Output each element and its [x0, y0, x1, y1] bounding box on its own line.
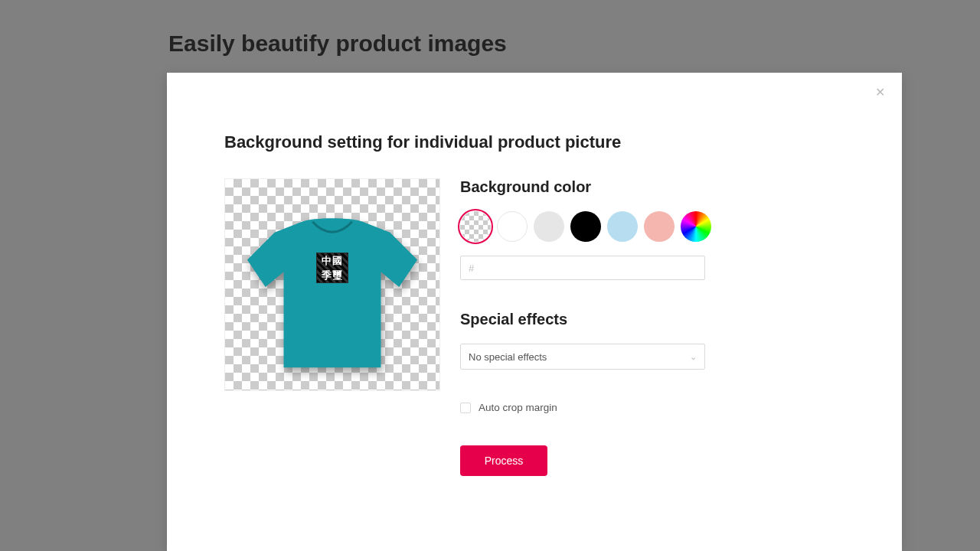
swatch-color-wheel[interactable] — [681, 211, 711, 242]
tshirt-icon — [241, 215, 423, 376]
swatch-black[interactable] — [570, 211, 601, 242]
chevron-down-icon: ⌄ — [690, 352, 697, 362]
close-icon[interactable]: ✕ — [873, 86, 887, 100]
effects-heading: Special effects — [460, 311, 844, 328]
swatch-transparent[interactable] — [460, 211, 491, 242]
auto-crop-checkbox[interactable]: Auto crop margin — [460, 402, 844, 413]
auto-crop-label: Auto crop margin — [479, 402, 557, 413]
effects-select-value: No special effects — [469, 351, 547, 363]
swatch-grey[interactable] — [534, 211, 564, 242]
modal-title: Background setting for individual produc… — [224, 132, 844, 152]
process-button[interactable]: Process — [460, 445, 547, 476]
swatch-salmon[interactable] — [644, 211, 675, 242]
tshirt-print — [316, 253, 348, 283]
product-preview — [224, 178, 440, 391]
swatch-light-blue[interactable] — [607, 211, 638, 242]
checkbox-icon — [460, 403, 471, 413]
product-tshirt — [241, 215, 423, 376]
effects-select[interactable]: No special effects ⌄ — [460, 344, 705, 370]
hex-input[interactable] — [460, 256, 705, 280]
settings-modal: ✕ Background setting for individual prod… — [167, 73, 902, 551]
color-swatches — [460, 211, 844, 242]
swatch-white[interactable] — [497, 211, 528, 242]
bg-color-heading: Background color — [460, 178, 844, 196]
page-title: Easily beautify product images — [168, 31, 507, 57]
